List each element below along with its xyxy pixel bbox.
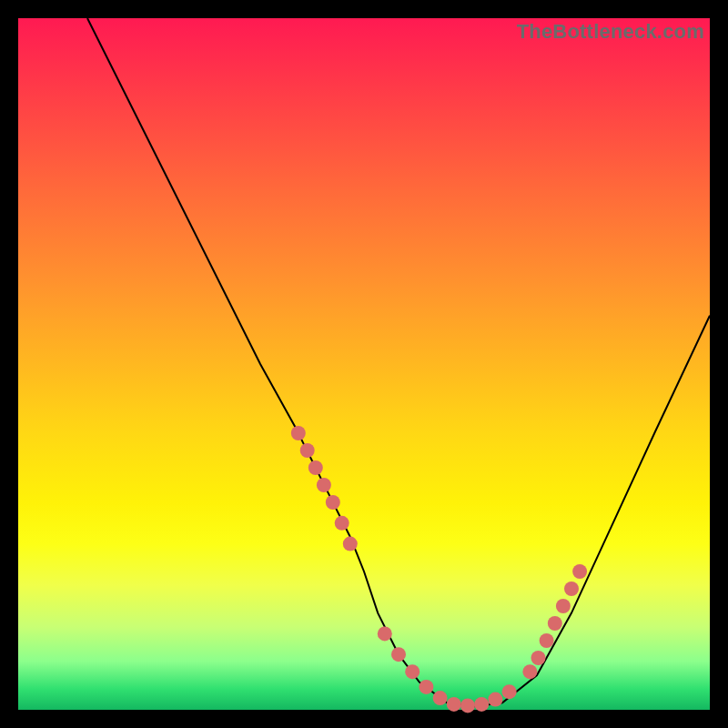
dot — [564, 581, 579, 596]
chart-frame: TheBottleneck.com — [0, 0, 728, 728]
dot — [343, 537, 358, 551]
dot — [317, 478, 331, 492]
dot — [447, 697, 461, 712]
dot — [556, 599, 571, 613]
dot — [488, 693, 502, 707]
dot — [572, 564, 587, 579]
dot — [474, 697, 489, 712]
dot — [326, 495, 340, 510]
dot — [548, 616, 562, 631]
chart-overlay — [18, 18, 710, 710]
dot — [522, 664, 537, 679]
dot — [391, 647, 406, 662]
dot — [291, 426, 306, 440]
dot — [335, 516, 349, 531]
dot — [419, 680, 433, 694]
dot — [378, 626, 392, 641]
dot — [405, 664, 420, 679]
highlight-dots — [291, 426, 587, 713]
dot — [300, 443, 315, 458]
dot — [460, 698, 475, 713]
dot — [308, 460, 323, 475]
dot — [433, 691, 448, 705]
dot — [502, 684, 517, 699]
bottleneck-curve — [87, 18, 710, 706]
dot — [540, 633, 554, 648]
plot-area: TheBottleneck.com — [18, 18, 710, 710]
dot — [531, 651, 546, 665]
